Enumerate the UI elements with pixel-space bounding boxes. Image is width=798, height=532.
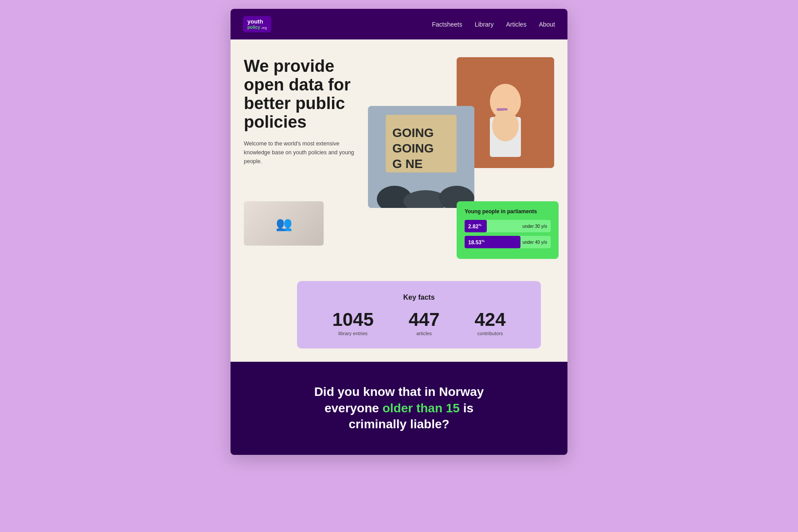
svg-text:G NE: G NE (392, 157, 422, 171)
logo-text-bottom: policy (247, 25, 260, 30)
nav-about[interactable]: About (539, 21, 555, 28)
key-fact-articles: 447 articles (409, 310, 440, 336)
svg-rect-3 (490, 117, 521, 157)
contributors-label: contributors (477, 331, 503, 336)
svg-text:GOING: GOING (392, 126, 434, 140)
footer-text-3: is (463, 401, 473, 415)
stat-bar-track-1: 2.82% under 30 y/o (465, 220, 551, 232)
stat-bar-under30: 2.82% under 30 y/o (465, 220, 551, 232)
key-fact-library: 1045 library entries (332, 310, 373, 336)
svg-rect-4 (497, 108, 508, 111)
logo-dot: .org (261, 26, 267, 30)
browser-window: youth policy .org Factsheets Library Art… (231, 9, 567, 455)
nav-articles[interactable]: Articles (506, 21, 527, 28)
stat-bar-fill-2: 18.53% (465, 236, 520, 248)
footer-section: Did you know that in Norway everyone old… (231, 362, 567, 454)
stat-label-2: under 40 y/o (522, 240, 547, 245)
key-facts-numbers: 1045 library entries 447 articles 424 co… (315, 310, 523, 336)
parliament-stats-card: Young people in parliaments 2.82% under … (457, 201, 559, 259)
articles-label: articles (416, 331, 432, 336)
key-facts-section: Key facts 1045 library entries 447 artic… (297, 281, 541, 348)
stat-bar-track-2: 18.53% under 40 y/o (465, 236, 551, 248)
articles-count: 447 (409, 310, 440, 329)
navigation: youth policy .org Factsheets Library Art… (231, 9, 567, 39)
contributors-count: 424 (475, 310, 506, 329)
footer-highlight: older than 15 (383, 401, 460, 415)
stat-value-2: 18.53% (468, 239, 485, 246)
footer-text-1: Did you know that in Norway (314, 385, 484, 399)
footer-text-4: criminally liable? (348, 417, 449, 431)
library-label: library entries (338, 331, 368, 336)
key-facts-title: Key facts (315, 293, 523, 301)
stat-bar-under40: 18.53% under 40 y/o (465, 236, 551, 248)
footer-text: Did you know that in Norway everyone old… (244, 384, 554, 432)
footer-text-2: everyone (325, 401, 379, 415)
library-count: 1045 (332, 310, 373, 329)
logo[interactable]: youth policy .org (243, 16, 271, 32)
parliament-card-title: Young people in parliaments (465, 208, 551, 215)
stat-value-1: 2.82% (468, 223, 481, 230)
nav-library[interactable]: Library (475, 21, 494, 28)
nav-links: Factsheets Library Articles About (432, 20, 555, 28)
hero-subtitle: Welcome to the world's most extensive kn… (244, 139, 361, 166)
nav-factsheets[interactable]: Factsheets (432, 21, 462, 28)
classroom-image (244, 201, 324, 246)
hero-section: We provide open data for better public p… (231, 39, 567, 362)
stat-label-1: under 30 y/o (522, 224, 547, 229)
hero-text: We provide open data for better public p… (244, 57, 361, 166)
svg-text:GOING: GOING (392, 141, 434, 155)
protest-image: GOING GOING G NE (368, 106, 474, 208)
stat-bar-fill-1: 2.82% (465, 220, 487, 232)
key-fact-contributors: 424 contributors (475, 310, 506, 336)
logo-text-top: youth (247, 19, 263, 25)
hero-title: We provide open data for better public p… (244, 57, 361, 131)
svg-point-2 (490, 84, 521, 119)
